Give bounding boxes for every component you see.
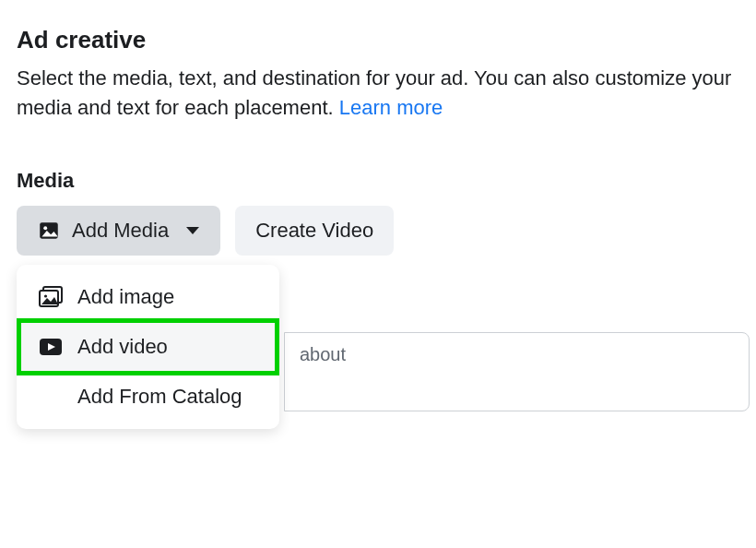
add-image-label: Add image xyxy=(77,285,174,309)
section-description: Select the media, text, and destination … xyxy=(17,64,736,123)
svg-point-4 xyxy=(44,294,47,297)
ad-creative-section: Ad creative Select the media, text, and … xyxy=(17,26,739,256)
learn-more-link[interactable]: Learn more xyxy=(339,96,443,119)
dropdown-item-add-image[interactable]: Add image xyxy=(17,272,279,322)
image-icon xyxy=(37,219,61,243)
text-fragment: about xyxy=(300,344,346,364)
chevron-down-icon xyxy=(185,225,200,236)
create-video-label: Create Video xyxy=(255,219,373,243)
create-video-button[interactable]: Create Video xyxy=(235,206,394,256)
gallery-icon xyxy=(37,285,65,309)
svg-point-1 xyxy=(43,226,47,230)
add-video-label: Add video xyxy=(77,335,168,359)
add-media-button[interactable]: Add Media xyxy=(17,206,220,256)
add-from-catalog-label: Add From Catalog xyxy=(77,385,242,409)
section-title: Ad creative xyxy=(17,26,739,54)
dropdown-item-add-video[interactable]: Add video xyxy=(17,322,279,372)
dropdown-item-add-from-catalog[interactable]: Add From Catalog xyxy=(17,372,279,422)
media-label: Media xyxy=(17,169,739,193)
add-media-label: Add Media xyxy=(72,219,169,243)
video-icon xyxy=(37,337,65,357)
media-button-row: Add Media Create Video xyxy=(17,206,739,256)
primary-text-input[interactable]: about xyxy=(284,332,750,411)
add-media-dropdown: Add image Add video Add From Catalog xyxy=(17,265,279,429)
